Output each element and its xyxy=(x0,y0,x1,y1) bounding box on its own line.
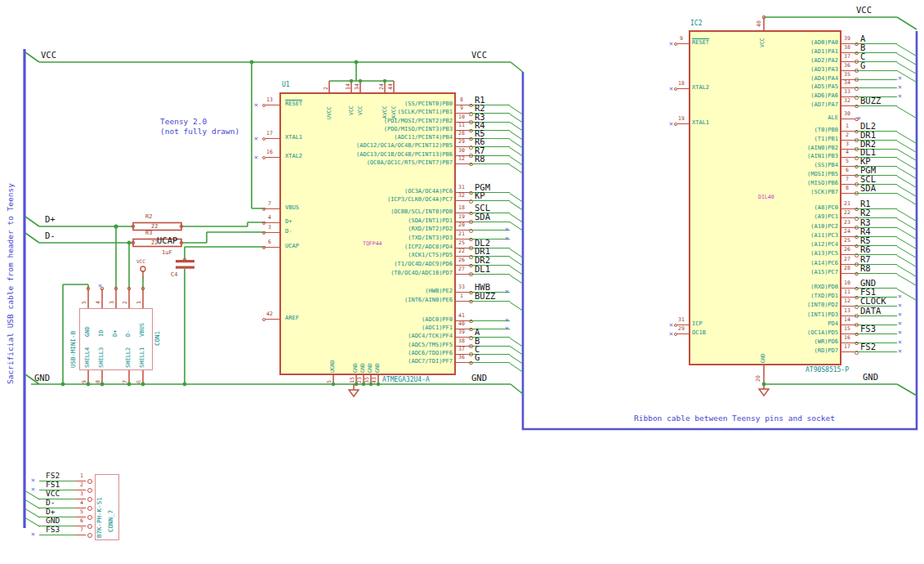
r2-value[interactable]: 22 xyxy=(151,224,158,230)
net-label[interactable]: SCL xyxy=(475,204,490,213)
net-label[interactable]: FS3 xyxy=(860,325,876,333)
pin-row[interactable]: (SCLK/PCINT1)PB1 9 R2 xyxy=(286,109,527,117)
ground-symbol[interactable] xyxy=(349,390,359,396)
net-label[interactable]: R8 xyxy=(475,154,485,163)
net-label-gnd[interactable]: GND xyxy=(863,373,878,382)
pin-row[interactable]: (ADC13/OC1B/OC4B/PCINT13)PB6 30 R7 xyxy=(286,151,527,159)
pin-row[interactable]: (OC3A/OC4A)PC6 31 PGM xyxy=(286,188,527,196)
ic2-right-pins-porta[interactable]: (AD0)PA0 39 A (AD1)PA1 38 B (AD2)PA2 37 xyxy=(686,39,924,110)
pin-row[interactable]: (AD5)PA5 34 xyxy=(686,83,924,92)
pin-row[interactable]: (ADC12/OC1A/OC4B/PCINT12)PB5 29 R6 xyxy=(286,142,527,150)
pin-row[interactable]: (AIN0)PB2 3 DR2 xyxy=(686,145,924,154)
net-label[interactable]: R1 xyxy=(860,199,871,208)
net-label[interactable]: SDA xyxy=(475,213,490,222)
ic2-value[interactable]: AT90S8515-P xyxy=(806,367,849,374)
net-label[interactable]: DR1 xyxy=(860,131,876,140)
net-label[interactable]: SCL xyxy=(860,175,876,184)
net-label-vcc[interactable]: VCC xyxy=(856,6,872,15)
u1-right-pins-portc[interactable]: (OC3A/OC4A)PC6 31 PGM (ICP3/CLK0/OC4A)PC… xyxy=(286,188,527,205)
pin-row[interactable]: (ADC0)PF0 41 xyxy=(286,316,527,325)
u1-reference[interactable]: U1 xyxy=(282,82,290,88)
net-label[interactable]: C xyxy=(860,52,865,61)
net-label[interactable]: R5 xyxy=(860,236,871,245)
conn7-pin-rows[interactable]: FS2 1 FS1 2 VCC 3 D- xyxy=(29,477,123,539)
net-label[interactable]: G xyxy=(860,61,865,70)
pin-row[interactable]: (PDI/MOSI/PCINT2)PB2 10 R3 xyxy=(286,118,527,126)
pin-row[interactable]: (INT0)PD2 12 CLOCK xyxy=(686,302,924,311)
pin-row[interactable]: (A10)PC2 23 R3 xyxy=(686,223,924,232)
pin-row[interactable]: (ADC5/TMS)PF5 38 B xyxy=(286,342,527,350)
ic2-reference[interactable]: IC2 xyxy=(690,20,702,27)
net-label[interactable]: DL1 xyxy=(475,265,490,274)
u1-right-pins-portf[interactable]: (ADC0)PF0 41 (ADC1)PF1 40 (ADC4/TCK)PF4 … xyxy=(286,316,527,366)
pin-row[interactable]: (ICP2/ADC8)PD4 25 DL2 xyxy=(286,244,527,253)
pin-row[interactable]: (SS)PB4 5 KP xyxy=(686,162,924,171)
net-label[interactable]: DL2 xyxy=(860,122,876,131)
pin-row[interactable]: (A8)PC0 21 R1 xyxy=(686,204,924,213)
net-label[interactable]: FS2 xyxy=(46,472,60,480)
c4-value[interactable]: 1uF xyxy=(162,250,172,256)
net-label[interactable]: CLOCK xyxy=(860,297,886,306)
ic2-right-pins-portb[interactable]: (T0)PB0 1 DL2 (T1)PB1 2 DR1 (AIN0)PB2 3 xyxy=(686,127,924,197)
pin-row[interactable]: (ADC1)PF1 40 xyxy=(286,325,527,333)
pin-row[interactable]: (TXD)PD1 11 FS1 xyxy=(686,293,924,302)
ic2-right-pins-portc[interactable]: (A8)PC0 21 R1 (A9)PC1 22 R2 (A10)PC2 23 xyxy=(686,204,924,278)
pin-row[interactable]: FS3 7 xyxy=(29,530,123,539)
pin-row[interactable]: (RXD/INT2)PD2 20 xyxy=(286,226,527,235)
net-label-d-plus[interactable]: D+ xyxy=(45,215,56,224)
pin-row[interactable]: (AIN1)PB3 4 DL1 xyxy=(686,153,924,162)
pin-row[interactable]: (INT6/AIN0)PE6 1 BUZZ xyxy=(286,297,527,306)
pin-row[interactable]: (ICP3/CLK0/OC4A)PC7 32 KP xyxy=(286,196,527,204)
net-label[interactable]: BUZZ xyxy=(860,96,881,105)
pin-row[interactable]: (A13)PC5 26 R6 xyxy=(686,250,924,259)
pin-row[interactable]: (AD1)PA1 38 B xyxy=(686,48,924,57)
pin-row[interactable]: (INT1)PD3 13 DATA xyxy=(686,311,924,320)
pin-row[interactable]: (A14)PC6 27 R7 xyxy=(686,260,924,269)
pin-row[interactable]: (A12)PC4 25 R5 xyxy=(686,241,924,250)
usb-value[interactable]: USB-MINI-B xyxy=(70,331,77,368)
net-label[interactable]: FS1 xyxy=(860,288,876,297)
pin-row[interactable]: (MISO)PB6 7 SCL xyxy=(686,180,924,189)
pin-row[interactable]: (RXD)PD0 10 GND xyxy=(686,284,924,293)
net-label[interactable]: B xyxy=(860,43,865,52)
ic2-right-pins-portd[interactable]: (RXD)PD0 10 GND (TXD)PD1 11 FS1 (INT0)PD… xyxy=(686,284,924,357)
pin-row[interactable]: (T1)PB1 2 DR1 xyxy=(686,136,924,145)
net-label[interactable]: FS3 xyxy=(46,526,60,534)
net-label[interactable]: R2 xyxy=(860,208,871,217)
pin-row[interactable]: (A9)PC1 22 R2 xyxy=(686,213,924,222)
net-label[interactable]: PGM xyxy=(860,166,876,175)
pin-row[interactable]: (MOSI)PB5 6 PGM xyxy=(686,171,924,180)
net-label-vcc[interactable]: VCC xyxy=(471,51,487,60)
net-label[interactable]: D- xyxy=(46,499,55,507)
pin-row[interactable]: (PDO/MISO/PCINT3)PB3 11 R4 xyxy=(286,126,527,134)
pin-row[interactable]: (T0)PB0 1 DL2 xyxy=(686,127,924,136)
u1-right-pins-portb[interactable]: (SS/PCINT0)PB0 8 R1 (SCLK/PCINT1)PB1 9 R… xyxy=(286,101,527,168)
pin-row[interactable]: (AD2)PA2 37 C xyxy=(686,57,924,66)
r2-reference[interactable]: R2 xyxy=(145,214,152,220)
net-label[interactable]: DATA xyxy=(860,307,881,316)
net-label[interactable]: R8 xyxy=(860,264,871,273)
pin-row[interactable]: (A15)PC7 28 R8 xyxy=(686,269,924,278)
net-label-ucap[interactable]: UCAP xyxy=(157,236,177,245)
net-label[interactable]: A xyxy=(860,34,865,43)
net-label[interactable]: R6 xyxy=(860,245,871,254)
pin-row[interactable]: (SDA/INT1)PD1 19 SDA xyxy=(286,217,527,226)
r3-reference[interactable]: R3 xyxy=(145,231,152,236)
net-label[interactable]: GND xyxy=(46,517,60,525)
pin-row[interactable]: (ADC6/TDO)PF6 37 C xyxy=(286,350,527,358)
pin-row[interactable]: (AD4)PA4 35 xyxy=(686,75,924,84)
usb-reference[interactable]: CON1 xyxy=(154,331,161,346)
c4-reference[interactable]: C4 xyxy=(171,272,177,278)
pin-row[interactable]: (XCK1/CTS)PD5 22 DR1 xyxy=(286,252,527,261)
u1-value[interactable]: ATMEGA32U4-A xyxy=(382,377,430,383)
pin-row[interactable]: (RD)PD7 17 FS2 xyxy=(686,347,924,356)
net-label[interactable]: G xyxy=(475,353,480,362)
ic2-pin-ale[interactable]: ALE 30 xyxy=(686,114,924,123)
net-label[interactable]: R4 xyxy=(860,227,871,236)
pin-row[interactable]: (OC0A/OC1C/RTS/PCINT7)PB7 12 R8 xyxy=(286,159,527,168)
pin-row[interactable]: (AD3)PA3 36 G xyxy=(686,66,924,75)
net-label-gnd[interactable]: GND xyxy=(34,374,50,383)
pin-row[interactable]: PD4 14 xyxy=(686,320,924,329)
net-label[interactable]: R7 xyxy=(860,255,871,264)
pin-row[interactable]: (ADC7/TDI)PF7 36 G xyxy=(286,358,527,366)
